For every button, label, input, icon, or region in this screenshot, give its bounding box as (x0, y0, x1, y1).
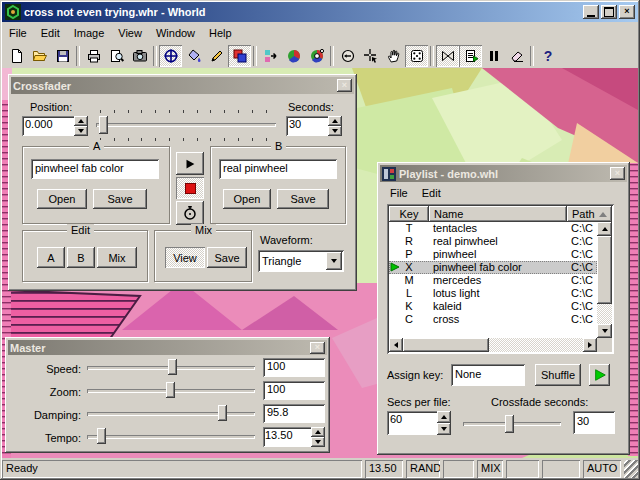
open-a-button[interactable]: Open (37, 189, 87, 209)
save-b-button[interactable]: Save (277, 189, 329, 209)
vertical-scrollbar[interactable] (597, 222, 612, 338)
slider-track[interactable] (87, 435, 255, 439)
pause-button[interactable] (482, 45, 505, 67)
secs-per-file-spinner[interactable]: 60 (387, 411, 451, 435)
fill-button[interactable] (182, 45, 205, 67)
playlist-close-button[interactable]: × (610, 167, 625, 180)
position-spinner[interactable]: 0.000 (22, 116, 88, 136)
column-key[interactable]: Key (389, 206, 429, 222)
menu-window[interactable]: Window (149, 24, 202, 42)
crossfader-close-button[interactable]: × (337, 79, 352, 92)
playlist-row-selected[interactable]: Xpinwheel fab colorC:\C (389, 261, 597, 274)
vertical-scroll-thumb[interactable] (597, 236, 612, 304)
seconds-down-button[interactable] (328, 126, 342, 136)
assign-key-field[interactable]: None (451, 364, 525, 386)
close-button[interactable]: × (619, 5, 635, 19)
main-title-bar[interactable]: cross not even trying.whr - Whorld × (2, 2, 638, 22)
crosshair-button[interactable] (359, 45, 382, 67)
seconds-up-button[interactable] (328, 116, 342, 126)
waveform-dropdown-button[interactable] (326, 252, 342, 270)
colors-button[interactable] (228, 45, 251, 67)
horizontal-scrollbar[interactable] (389, 338, 597, 352)
hand-button[interactable] (382, 45, 405, 67)
tempo-down-button[interactable] (311, 437, 325, 447)
save-button[interactable] (51, 45, 74, 67)
playlist-row[interactable]: Rreal pinwheelC:\C (389, 235, 597, 248)
menu-help[interactable]: Help (202, 24, 239, 42)
pan-button[interactable] (159, 45, 182, 67)
position-slider[interactable] (96, 108, 276, 144)
zoom-slider[interactable] (87, 382, 255, 400)
crossfade-value-field[interactable]: 30 (573, 411, 615, 434)
master-title-bar[interactable]: Master × (8, 340, 327, 355)
shuffle-button[interactable]: Shuffle (535, 364, 581, 386)
open-b-button[interactable]: Open (223, 189, 271, 209)
menu-file[interactable]: File (2, 24, 34, 42)
minimize-button[interactable] (583, 5, 599, 19)
tempo-slider-thumb[interactable] (97, 428, 106, 444)
damping-slider[interactable] (87, 405, 255, 423)
crossfader-title-bar[interactable]: Crossfader × (11, 77, 354, 94)
maximize-button[interactable] (601, 5, 617, 19)
horizontal-scroll-thumb[interactable] (403, 338, 489, 352)
menu-view[interactable]: View (111, 24, 149, 42)
scroll-right-button[interactable] (583, 338, 597, 352)
playlist-title-bar[interactable]: Playlist - demo.whl × (380, 165, 627, 182)
scroll-left-button[interactable] (389, 338, 403, 352)
menu-edit[interactable]: Edit (34, 24, 67, 42)
secs-up-button[interactable] (437, 411, 451, 423)
damping-value-field[interactable]: 95.8 (263, 404, 325, 423)
playlist-toggle-button[interactable] (459, 45, 482, 67)
playlist-play-button[interactable] (589, 364, 610, 386)
mix-view-button[interactable]: View (165, 247, 205, 268)
slider-track[interactable] (87, 412, 255, 416)
crossfade-slider-thumb[interactable] (505, 415, 514, 433)
secs-down-button[interactable] (437, 423, 451, 435)
crossfade-slider[interactable] (463, 414, 561, 434)
position-up-button[interactable] (74, 116, 88, 126)
random-button[interactable] (405, 45, 428, 67)
mix-save-button[interactable]: Save (207, 247, 247, 268)
crossfader-toggle-button[interactable] (436, 45, 459, 67)
patch-a-field[interactable]: pinwheel fab color (31, 159, 159, 179)
zoom-slider-thumb[interactable] (166, 382, 175, 398)
help-button[interactable]: ? (536, 45, 559, 67)
snapshot-button[interactable] (128, 45, 151, 67)
column-path[interactable]: Path (567, 206, 612, 222)
playlist-row[interactable]: Llotus lightC:\C (389, 287, 597, 300)
playlist-menu-edit[interactable]: Edit (415, 184, 448, 200)
speed-slider-thumb[interactable] (168, 359, 177, 375)
zoom-value-field[interactable]: 100 (263, 381, 325, 400)
playlist-menu-file[interactable]: File (383, 184, 415, 200)
scroll-up-button[interactable] (597, 222, 612, 236)
timer-button[interactable] (176, 201, 204, 225)
playlist-row[interactable]: MmercedesC:\C (389, 274, 597, 287)
playlist-row[interactable]: TtentaclesC:\C (389, 222, 597, 235)
save-a-button[interactable]: Save (93, 189, 147, 209)
menu-image[interactable]: Image (67, 24, 112, 42)
edit-mix-button[interactable]: Mix (97, 247, 137, 268)
playlist-row[interactable]: CcrossC:\C (389, 313, 597, 326)
tempo-up-button[interactable] (311, 427, 325, 437)
resize-grip[interactable] (624, 460, 638, 478)
playlist-row[interactable]: KkaleidC:\C (389, 300, 597, 313)
erase-button[interactable] (505, 45, 528, 67)
open-button[interactable] (28, 45, 51, 67)
patch-b-field[interactable]: real pinwheel (219, 159, 337, 179)
draw-button[interactable] (205, 45, 228, 67)
seconds-spinner[interactable]: 30 (286, 116, 342, 136)
waveform-combobox[interactable]: Triangle (258, 250, 344, 272)
print-preview-button[interactable] (105, 45, 128, 67)
position-slider-thumb[interactable] (99, 116, 108, 134)
random-phase-button[interactable] (259, 45, 282, 67)
tempo-spinner[interactable]: 13.50 (263, 427, 325, 447)
master-close-button[interactable]: × (310, 342, 325, 354)
position-down-button[interactable] (74, 126, 88, 136)
edit-b-button[interactable]: B (67, 247, 95, 268)
play-button[interactable] (176, 152, 204, 175)
speed-slider[interactable] (87, 359, 255, 377)
print-button[interactable] (82, 45, 105, 67)
scroll-down-button[interactable] (597, 324, 612, 338)
color-wheel-button[interactable] (282, 45, 305, 67)
tempo-slider[interactable] (87, 428, 255, 446)
